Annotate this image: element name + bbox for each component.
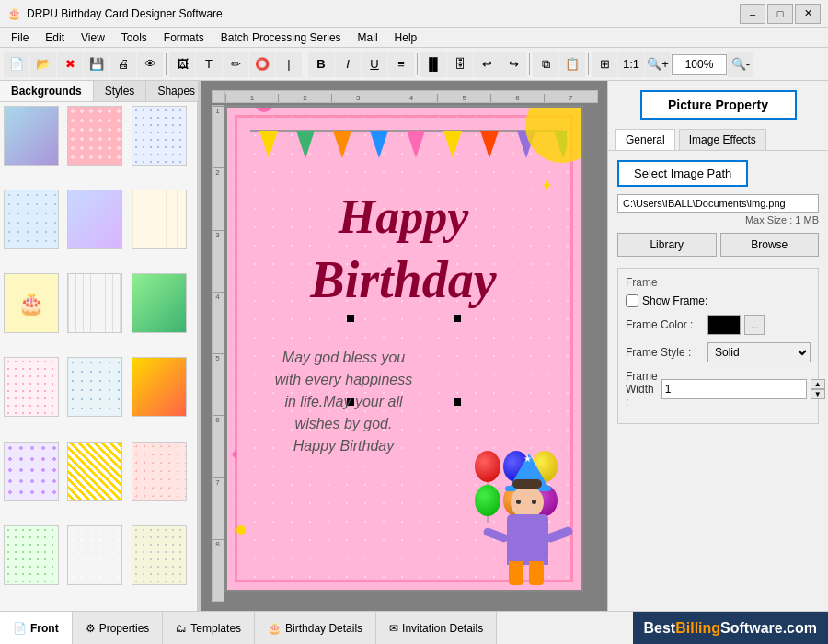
frame-color-picker-button[interactable]: ... [744,315,765,335]
frame-style-label: Frame Style : [626,346,704,359]
tab-backgrounds[interactable]: Backgrounds [0,81,94,101]
show-frame-checkbox[interactable] [626,294,638,307]
list-item[interactable] [132,106,187,166]
minimize-button[interactable]: – [740,4,765,24]
title-bar: 🎂 DRPU Birthday Card Designer Software –… [0,0,828,28]
property-title: Picture Property [640,90,797,120]
list-item[interactable] [67,106,122,166]
ratio-button[interactable]: 1:1 [618,52,644,77]
tab-templates[interactable]: 🗂 Templates [163,612,255,644]
tab-front-label: Front [30,622,59,635]
tab-invitation-details[interactable]: ✉ Invitation Details [376,612,497,644]
tab-general[interactable]: General [615,129,675,150]
menu-help[interactable]: Help [387,29,425,46]
menu-formats[interactable]: Formats [156,29,212,46]
zoom-out-button[interactable]: 🔍- [728,52,753,77]
frame-width-spinners: ▲ ▼ [811,379,825,399]
frame-title: Frame [626,276,811,289]
zoom-display: 100% [672,54,727,75]
templates-icon: 🗂 [176,622,187,635]
list-item[interactable] [132,190,187,249]
svg-marker-2 [296,131,315,158]
preview-button[interactable]: 👁 [137,52,163,77]
redo-button[interactable]: ↪ [500,52,526,77]
maximize-button[interactable]: □ [767,4,793,24]
frame-color-swatch[interactable] [707,315,741,335]
close-button[interactable]: ✕ [795,4,821,24]
tab-properties[interactable]: ⚙ Properties [73,612,164,644]
undo-button[interactable]: ↩ [474,52,500,77]
bunting [241,121,567,172]
save-button[interactable]: 💾 [84,52,109,77]
list-item[interactable] [4,442,59,501]
text-button[interactable]: T [196,52,222,77]
svg-marker-3 [333,131,351,158]
open-button[interactable]: 📂 [30,52,56,77]
italic-button[interactable]: I [335,52,361,77]
list-item[interactable] [4,525,59,585]
tab-birthday-details[interactable]: 🎂 Birthday Details [255,612,376,644]
list-item[interactable] [132,442,187,501]
list-item[interactable] [132,357,187,417]
list-item[interactable] [67,190,122,249]
list-item[interactable] [132,273,187,333]
tab-invitation-label: Invitation Details [402,622,483,635]
frame-section: Frame Show Frame: Frame Color : ... Fram… [617,268,819,424]
frame-style-select[interactable]: Solid Dashed Dotted [707,342,811,362]
list-item[interactable] [67,357,122,417]
menu-file[interactable]: File [4,29,36,46]
front-icon: 📄 [13,622,27,635]
shape-button[interactable]: ⭕ [249,52,275,77]
menu-mail[interactable]: Mail [351,29,385,46]
branding-best: Best [644,620,676,637]
browse-button[interactable]: Browse [720,233,820,257]
tab-styles[interactable]: Styles [94,81,147,101]
frame-width-input[interactable] [661,379,807,399]
print-button[interactable]: 🖨 [110,52,136,77]
line-button[interactable]: | [276,52,302,77]
image-button[interactable]: 🖼 [169,52,195,77]
card-happy-text: Happy [227,190,581,243]
frame-width-label: Frame Width : [626,370,658,408]
selection-handle[interactable] [454,315,461,322]
list-item[interactable] [4,106,59,166]
list-item[interactable] [67,442,122,501]
frame-width-down[interactable]: ▼ [811,389,825,399]
list-item[interactable] [132,525,187,585]
tab-front[interactable]: 📄 Front [0,612,73,644]
grid-button[interactable]: ⊞ [592,52,617,77]
details-icon: 🎂 [268,622,282,635]
selection-handle[interactable] [347,315,354,322]
list-item[interactable] [4,357,59,417]
copy-button[interactable]: ⧉ [533,52,558,77]
canvas-body: 1 2 3 4 5 6 7 8 [212,105,598,602]
library-button[interactable]: Library [617,233,717,257]
underline-button[interactable]: U [362,52,387,77]
list-item[interactable] [4,190,59,249]
barcode-button[interactable]: ▐▌ [420,52,446,77]
list-item[interactable] [67,273,122,333]
birthday-card[interactable]: Happy Birthday May god bless you with ev… [224,105,583,592]
tab-image-effects[interactable]: Image Effects [679,129,766,150]
frame-width-row: Frame Width : ▲ ▼ [626,370,811,408]
select-image-button[interactable]: Select Image Path [617,160,748,187]
new-button[interactable]: 📄 [4,52,29,77]
menu-view[interactable]: View [74,29,112,46]
menu-edit[interactable]: Edit [38,29,72,46]
window-title: DRPU Birthday Card Designer Software [27,7,223,20]
draw-button[interactable]: ✏ [223,52,248,77]
menu-tools[interactable]: Tools [114,29,155,46]
list-item[interactable]: 🎂 [4,273,59,333]
list-item[interactable] [67,525,122,585]
db-button[interactable]: 🗄 [447,52,473,77]
paste-button[interactable]: 📋 [559,52,585,77]
selection-handle[interactable] [454,398,461,406]
image-path-field[interactable]: C:\Users\IBALL\Documents\img.png [617,194,819,213]
bold-button[interactable]: B [308,52,334,77]
close-doc-button[interactable]: ✖ [57,52,83,77]
menu-batch[interactable]: Batch Processing Series [213,29,349,46]
align-button[interactable]: ≡ [388,52,414,77]
properties-icon: ⚙ [86,622,96,635]
frame-width-up[interactable]: ▲ [811,379,825,389]
zoom-in-button[interactable]: 🔍+ [645,52,671,77]
